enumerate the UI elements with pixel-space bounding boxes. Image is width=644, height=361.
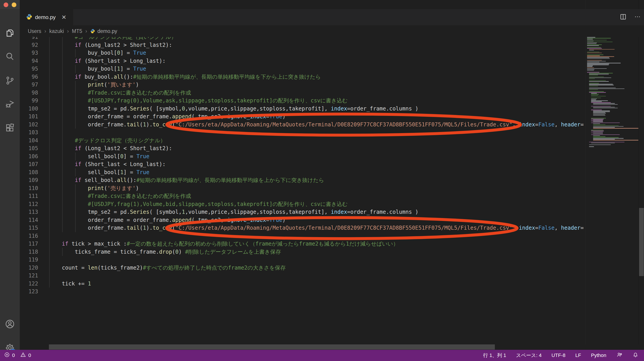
line-number[interactable]: 108 [20, 169, 38, 177]
line-number[interactable]: 114 [20, 216, 38, 224]
code-token: ignore_index [227, 113, 266, 120]
line-number[interactable]: 122 [20, 280, 38, 288]
line-number[interactable]: 112 [20, 200, 38, 208]
code-line-99[interactable]: #[USDJPY,frag(0),Volume,ask,slippage,sto… [49, 97, 348, 105]
minimap[interactable] [586, 0, 638, 345]
activity-item-accounts[interactable] [0, 315, 20, 334]
code-token: 1 [143, 121, 146, 128]
code-line-111[interactable]: #Trade.csvに書き込むための配列を作成 [49, 192, 191, 200]
breadcrumb-segment[interactable]: kazuki [49, 28, 64, 34]
status-encoding[interactable]: UTF-8 [551, 353, 565, 358]
vertical-scrollbar[interactable] [638, 0, 644, 345]
code-line-109[interactable]: if sell_bool.all():#短期の単純移動平均線が、長期の単純移動平… [49, 176, 324, 184]
problems-indicator[interactable]: 0 0 [0, 352, 31, 359]
code-line-122[interactable]: tick += 1 [49, 280, 91, 288]
more-actions-icon[interactable] [634, 13, 641, 21]
line-number[interactable]: 98 [20, 89, 38, 97]
bell-icon[interactable] [632, 352, 638, 359]
code-line-105[interactable]: if (Long_last2 < Short_last2): [49, 145, 172, 153]
line-number[interactable]: 105 [20, 145, 38, 153]
code-token: #一定の数を超えたら配列の初めから削除していく（frameが減ったらframe2… [127, 241, 398, 247]
minimap-line [593, 138, 624, 139]
line-number[interactable]: 103 [20, 129, 38, 137]
line-number[interactable]: 93 [20, 49, 38, 57]
code-line-95[interactable]: buy_bool[1] = True [49, 65, 146, 73]
code-line-107[interactable]: if (Short_last < Long_last): [49, 160, 166, 169]
code-line-110[interactable]: print('売ります') [49, 184, 139, 192]
line-number[interactable]: 97 [20, 81, 38, 89]
code-line-93[interactable]: buy_bool[0] = True [49, 49, 146, 57]
minimap-line [589, 80, 606, 81]
activity-item-source-control[interactable] [0, 71, 20, 91]
minimap-line [589, 86, 598, 86]
line-number[interactable]: 117 [20, 240, 38, 248]
code-line-98[interactable]: #Trade.csvに書き込むための配列を作成 [49, 89, 191, 97]
line-number[interactable]: 110 [20, 184, 38, 192]
line-number[interactable]: 119 [20, 256, 38, 264]
code-line-104[interactable]: #デッドクロス判定（売りシグナル） [49, 137, 166, 145]
vertical-scrollbar-thumb[interactable] [639, 208, 644, 276]
tab-demo-py[interactable]: demo.py ✕ [20, 9, 73, 25]
feedback-icon[interactable] [616, 352, 622, 359]
code-editor[interactable]: 9192939495969798991001011021031041051061… [20, 0, 586, 345]
line-number[interactable]: 104 [20, 137, 38, 145]
line-number[interactable]: 111 [20, 192, 38, 200]
line-number[interactable]: 123 [20, 288, 38, 296]
line-number[interactable]: 101 [20, 113, 38, 121]
minimap-line [587, 41, 594, 41]
code-line-112[interactable]: #[USDJPY,frag(1),Volume,bid,slippage,sto… [49, 200, 348, 208]
code-line-108[interactable]: sell_bool[1] = True [49, 169, 150, 177]
code-line-94[interactable]: if (Short_last > Long_last): [49, 57, 166, 65]
activity-item-run-debug[interactable] [0, 95, 20, 114]
line-number[interactable]: 95 [20, 65, 38, 73]
status-eol[interactable]: LF [575, 353, 581, 358]
split-editor-icon[interactable] [620, 13, 626, 21]
code-line-117[interactable]: if tick > max_tick :#一定の数を超えたら配列の初めから削除し… [49, 240, 398, 248]
code-token: 0 [120, 153, 123, 160]
line-number[interactable]: 96 [20, 73, 38, 81]
breadcrumb-file[interactable]: demo.py [90, 28, 117, 34]
line-number[interactable]: 116 [20, 232, 38, 240]
minimap-line [591, 130, 604, 130]
line-number[interactable]: 113 [20, 208, 38, 216]
activity-item-search[interactable] [0, 47, 20, 67]
tab-close-icon[interactable]: ✕ [62, 14, 66, 20]
activity-item-explorer[interactable] [0, 23, 20, 43]
code-line-102[interactable]: order_frame.tail(1).to_csv("C:/Users/eta… [49, 121, 584, 129]
code-line-96[interactable]: if buy_bool.all():#短期の単純移動平均線が、長期の単純移動平均… [49, 73, 321, 81]
code-line-101[interactable]: order_frame = order_frame.append( tmp_se… [49, 113, 286, 121]
code-line-114[interactable]: order_frame = order_frame.append( tmp_se… [49, 216, 286, 224]
line-number[interactable]: 107 [20, 160, 38, 169]
status-cursor-position[interactable]: 行 1、列 1 [483, 352, 506, 359]
minimap-line [589, 145, 611, 145]
line-number[interactable]: 100 [20, 105, 38, 113]
activity-item-extensions[interactable] [0, 118, 20, 138]
code-line-106[interactable]: sell_bool[0] = True [49, 153, 150, 161]
line-number[interactable]: 118 [20, 248, 38, 256]
line-number[interactable]: 109 [20, 176, 38, 184]
code-line-115[interactable]: order_frame.tail(1).to_csv("C:/Users/eta… [49, 224, 584, 232]
breadcrumb-segment[interactable]: Users [28, 28, 41, 34]
minimap-line [593, 128, 638, 129]
status-indentation[interactable]: スペース: 4 [516, 352, 542, 359]
line-number[interactable]: 99 [20, 97, 38, 105]
code-line-97[interactable]: print('買います') [49, 81, 139, 89]
line-number[interactable]: 106 [20, 153, 38, 161]
code-line-113[interactable]: tmp_se2 = pd.Series( [symbol,1,volume,pr… [49, 208, 418, 216]
line-number[interactable]: 102 [20, 121, 38, 129]
minimap-line [589, 91, 604, 92]
code-line-120[interactable]: count = len(ticks_frame2)#すべての処理が終了した時点で… [49, 264, 286, 272]
minimap-line [587, 70, 594, 71]
code-line-92[interactable]: if (Long_last2 > Short_last2): [49, 41, 172, 49]
line-number[interactable]: 92 [20, 41, 38, 49]
code-line-100[interactable]: tmp_se2 = pd.Series( [symbol,0,volume,pr… [49, 105, 418, 113]
line-number[interactable]: 121 [20, 272, 38, 280]
line-number[interactable]: 94 [20, 57, 38, 65]
line-number[interactable]: 120 [20, 264, 38, 272]
line-number[interactable]: 115 [20, 224, 38, 232]
breadcrumb-segment[interactable]: MT5 [72, 28, 82, 34]
run-debug-icon [5, 99, 15, 110]
status-language-mode[interactable]: Python [591, 353, 606, 358]
code-line-118[interactable]: ticks_frame = ticks_frame.drop(0) #削除したデ… [49, 248, 281, 256]
horizontal-scrollbar-thumb[interactable] [49, 345, 495, 350]
